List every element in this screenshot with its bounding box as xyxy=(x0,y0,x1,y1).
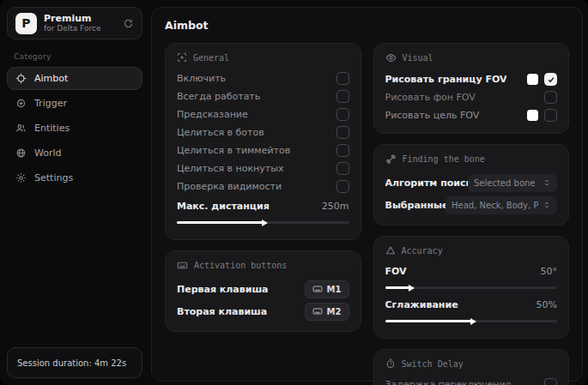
checkbox[interactable] xyxy=(336,126,349,139)
keybind-row: Вторая клавиша M2 xyxy=(177,300,349,322)
slider-row: Сглаживание 50% xyxy=(385,296,558,314)
slider-value: 50° xyxy=(541,266,558,277)
keybind-label: Вторая клавиша xyxy=(177,306,267,317)
slider-label: Макс. дистанция xyxy=(177,201,270,212)
app-logo: P xyxy=(15,13,37,34)
eye-icon xyxy=(385,52,397,63)
selected-bones-select[interactable]: Head, Neck, Body, Pe... xyxy=(446,196,557,214)
page-title: Aimbot xyxy=(165,19,569,32)
checkbox[interactable] xyxy=(544,378,557,385)
app-window: P Premium for Delta Force Category Aimbo… xyxy=(0,0,588,385)
color-swatch[interactable] xyxy=(527,110,538,121)
toggle-row: Целиться в нокнутых xyxy=(177,159,349,177)
sidebar-item-label: Entities xyxy=(34,123,70,134)
keybind-row: Первая клавиша M1 xyxy=(177,278,349,300)
trigger-icon xyxy=(15,98,27,109)
keyboard-icon xyxy=(177,260,188,271)
slider-value: 250m xyxy=(322,201,349,212)
checkbox[interactable] xyxy=(336,180,349,193)
slider-thumb[interactable] xyxy=(262,220,268,226)
smoothing-slider[interactable] xyxy=(385,318,558,324)
session-duration-text: Session duration: 4m 22s xyxy=(17,358,126,368)
toggle-label: Предсказание xyxy=(177,109,248,120)
sidebar-item-aimbot[interactable]: Aimbot xyxy=(7,67,142,90)
scan-icon xyxy=(177,52,187,63)
sidebar: P Premium for Delta Force Category Aimbo… xyxy=(0,0,149,385)
sidebar-item-label: Aimbot xyxy=(34,73,68,84)
chevron-updown-icon xyxy=(543,178,551,187)
timer-icon xyxy=(385,358,396,369)
slider-label: FOV xyxy=(385,266,407,277)
slider-label: Сглаживание xyxy=(385,299,458,310)
select-value: Selected bone xyxy=(474,178,535,188)
activation-panel: Activation buttons Первая клавиша M1 Вто… xyxy=(165,250,361,332)
bone-row: Выбранные кос Head, Neck, Body, Pe... xyxy=(385,194,558,216)
slider-row: FOV 50° xyxy=(385,262,558,280)
keybind-value: M1 xyxy=(327,285,342,294)
bone-label: Алгоритм поиска кост xyxy=(385,177,469,189)
sidebar-item-entities[interactable]: Entities xyxy=(7,117,142,140)
keybind-button-1[interactable]: M1 xyxy=(305,280,349,298)
checkbox[interactable] xyxy=(544,109,557,122)
toggle-row: Предсказание xyxy=(177,105,349,123)
globe-icon xyxy=(15,147,27,159)
toggle-label: Целиться в тиммейтов xyxy=(177,145,290,156)
keyboard-icon xyxy=(312,306,323,316)
checkbox[interactable] xyxy=(544,91,557,104)
toggle-row: Задержка переключения xyxy=(385,376,558,385)
sidebar-item-world[interactable]: World xyxy=(7,141,142,165)
bone-icon xyxy=(385,153,397,165)
premium-subtitle: for Delta Force xyxy=(44,24,116,33)
sync-icon[interactable] xyxy=(123,18,134,29)
max-distance-slider[interactable] xyxy=(177,220,349,226)
panel-title: Switch Delay xyxy=(402,359,464,369)
premium-title: Premium xyxy=(44,14,116,25)
entities-icon xyxy=(15,123,27,134)
session-duration: Session duration: 4m 22s xyxy=(7,347,142,378)
checkbox[interactable] xyxy=(336,90,349,103)
visual-label: Рисовать границу FOV xyxy=(385,74,507,85)
checkbox[interactable] xyxy=(336,108,349,121)
select-value: Head, Neck, Body, Pe... xyxy=(452,201,538,210)
visual-row: Рисовать цель FOV xyxy=(385,106,558,124)
sidebar-item-trigger[interactable]: Trigger xyxy=(7,92,142,115)
color-swatch[interactable] xyxy=(527,74,538,85)
keyboard-icon xyxy=(312,284,323,294)
checkbox[interactable] xyxy=(336,144,349,157)
sidebar-item-label: Trigger xyxy=(34,98,67,109)
panel-title: Activation buttons xyxy=(194,261,287,270)
checkbox[interactable] xyxy=(544,73,557,86)
toggle-label: Целиться в нокнутых xyxy=(177,163,283,174)
toggle-label: Задержка переключения xyxy=(385,379,512,385)
toggle-label: Целиться в ботов xyxy=(177,127,264,138)
toggle-label: Всегда работать xyxy=(177,91,260,102)
slider-thumb[interactable] xyxy=(470,318,476,325)
bone-algorithm-select[interactable]: Selected bone xyxy=(468,174,557,192)
fov-slider[interactable] xyxy=(385,285,558,291)
toggle-row: Всегда работать xyxy=(177,87,349,105)
panel-title: Accuracy xyxy=(402,246,443,256)
toggle-row: Проверка видимости xyxy=(177,177,349,196)
visual-panel: Visual Рисовать границу FOV Рисовать фон… xyxy=(373,43,570,134)
keybind-button-2[interactable]: M2 xyxy=(305,303,349,321)
bone-panel: Finding the bone Алгоритм поиска кост Se… xyxy=(373,144,570,226)
toggle-row: Целиться в ботов xyxy=(177,123,349,141)
checkbox[interactable] xyxy=(336,162,349,175)
keybind-value: M2 xyxy=(327,307,342,316)
panel-title: General xyxy=(193,53,229,63)
gear-icon xyxy=(15,172,27,183)
visual-row: Рисовать фон FOV xyxy=(385,88,558,106)
panel-title: Finding the bone xyxy=(403,154,485,164)
main-content: Aimbot General Включить xyxy=(151,7,583,382)
sidebar-item-label: Settings xyxy=(34,172,73,183)
visual-row: Рисовать границу FOV xyxy=(385,70,558,88)
premium-card: P Premium for Delta Force xyxy=(7,7,142,39)
triangle-icon xyxy=(385,245,396,256)
visual-label: Рисовать цель FOV xyxy=(385,110,480,121)
slider-row: Макс. дистанция 250m xyxy=(177,197,349,215)
checkbox[interactable] xyxy=(336,72,349,85)
keybind-label: Первая клавиша xyxy=(177,284,269,295)
crosshair-icon xyxy=(15,73,27,84)
slider-thumb[interactable] xyxy=(409,285,415,292)
sidebar-item-settings[interactable]: Settings xyxy=(7,166,142,189)
